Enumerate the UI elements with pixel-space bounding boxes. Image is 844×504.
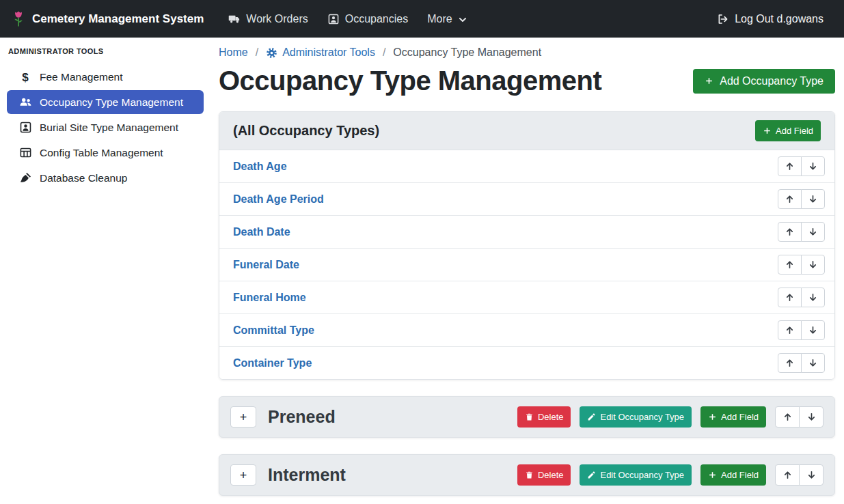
app-brand[interactable]: Cemetery Management System <box>11 10 204 28</box>
breadcrumb-administrator-tools-label: Administrator Tools <box>282 46 375 59</box>
field-row: Funeral Date <box>219 248 834 281</box>
move-down-button[interactable] <box>801 353 825 373</box>
reorder-buttons <box>778 222 825 242</box>
sidebar-item-label: Config Table Management <box>40 147 163 159</box>
reorder-buttons <box>778 353 825 373</box>
move-down-button[interactable] <box>801 189 825 209</box>
sidebar-item-label: Database Cleanup <box>40 172 127 184</box>
move-up-button[interactable] <box>775 406 800 428</box>
move-down-button[interactable] <box>801 222 825 242</box>
add-field-button[interactable]: Add Field <box>755 120 821 141</box>
add-field-button[interactable]: Add Field <box>700 406 766 428</box>
move-up-button[interactable] <box>775 464 800 486</box>
move-down-button[interactable] <box>801 320 825 340</box>
field-link-funeral-date[interactable]: Funeral Date <box>229 259 299 271</box>
nav-work-orders-label: Work Orders <box>246 13 308 25</box>
edit-occupancy-type-button[interactable]: Edit Occupancy Type <box>580 464 692 486</box>
sidebar-item-label: Fee Management <box>40 71 123 83</box>
all-occupancy-types-title: (All Occupancy Types) <box>233 123 379 139</box>
add-field-label: Add Field <box>776 126 813 136</box>
edit-occupancy-type-button[interactable]: Edit Occupancy Type <box>580 406 692 428</box>
all-occupancy-types-header: (All Occupancy Types) Add Field <box>219 112 834 150</box>
nav-occupancies[interactable]: Occupancies <box>318 0 418 38</box>
move-up-button[interactable] <box>778 156 802 176</box>
reorder-buttons <box>775 406 823 428</box>
table-icon <box>17 146 33 159</box>
users-icon <box>17 96 33 109</box>
move-down-button[interactable] <box>801 255 825 275</box>
sidebar-item-occupancy-type-management[interactable]: Occupancy Type Management <box>7 90 204 114</box>
breadcrumb: Home / Administrator Tools / Occupancy T… <box>219 46 835 59</box>
breadcrumb-separator: / <box>383 46 385 59</box>
delete-label: Delete <box>538 470 564 480</box>
field-row: Container Type <box>219 346 834 379</box>
gear-icon <box>266 47 277 59</box>
move-down-button[interactable] <box>799 406 823 428</box>
top-navbar: Cemetery Management System Work Orders O… <box>0 0 844 38</box>
move-down-button[interactable] <box>801 156 825 176</box>
nav-work-orders[interactable]: Work Orders <box>219 0 317 38</box>
delete-label: Delete <box>538 412 564 422</box>
reorder-buttons <box>778 288 825 307</box>
breadcrumb-separator: / <box>256 46 258 59</box>
sidebar-item-config-table-management[interactable]: Config Table Management <box>7 141 204 165</box>
sidebar-item-label: Occupancy Type Management <box>40 96 183 109</box>
broom-icon <box>17 171 33 184</box>
move-up-button[interactable] <box>778 222 802 242</box>
all-occupancy-types-card: (All Occupancy Types) Add Field Death Ag… <box>219 111 835 380</box>
move-down-button[interactable] <box>801 288 825 307</box>
plus-icon <box>763 126 772 135</box>
sidebar-item-fee-management[interactable]: $ Fee Management <box>7 66 204 89</box>
expand-button[interactable]: + <box>230 406 256 428</box>
sidebar-item-database-cleanup[interactable]: Database Cleanup <box>7 166 204 190</box>
add-field-button[interactable]: Add Field <box>700 464 766 486</box>
reorder-buttons <box>778 320 825 340</box>
truck-icon <box>228 13 241 25</box>
logout-label: Log Out d.gowans <box>735 13 823 25</box>
delete-button[interactable]: Delete <box>517 406 571 428</box>
nav-more-label: More <box>427 13 452 25</box>
chevron-down-icon <box>458 13 467 25</box>
add-occupancy-type-button[interactable]: Add Occupancy Type <box>693 69 835 94</box>
field-row: Death Date <box>219 215 834 248</box>
field-link-death-age-period[interactable]: Death Age Period <box>229 193 324 206</box>
expand-button[interactable]: + <box>230 464 256 486</box>
sidebar: Administrator Tools $ Fee Management Occ… <box>0 38 210 504</box>
move-up-button[interactable] <box>778 288 802 307</box>
trash-icon <box>525 471 534 479</box>
move-up-button[interactable] <box>778 255 802 275</box>
breadcrumb-current: Occupancy Type Management <box>393 46 541 59</box>
field-link-death-date[interactable]: Death Date <box>229 226 290 238</box>
move-down-button[interactable] <box>799 464 823 486</box>
logout-button[interactable]: Log Out d.gowans <box>707 0 833 38</box>
trash-icon <box>525 412 534 421</box>
plus-icon <box>708 471 717 479</box>
move-up-button[interactable] <box>778 353 802 373</box>
reorder-buttons <box>778 156 825 176</box>
breadcrumb-home[interactable]: Home <box>219 46 248 59</box>
add-occupancy-type-label: Add Occupancy Type <box>720 75 823 87</box>
delete-button[interactable]: Delete <box>517 464 571 486</box>
field-link-funeral-home[interactable]: Funeral Home <box>229 292 306 304</box>
add-field-label: Add Field <box>721 470 759 480</box>
move-up-button[interactable] <box>778 320 802 340</box>
pencil-icon <box>587 412 596 421</box>
main-content: Home / Administrator Tools / Occupancy T… <box>210 38 844 504</box>
portrait-icon <box>327 13 340 25</box>
nav-more[interactable]: More <box>418 0 476 38</box>
breadcrumb-administrator-tools[interactable]: Administrator Tools <box>266 46 375 59</box>
sidebar-item-burial-site-type-management[interactable]: Burial Site Type Management <box>7 115 204 139</box>
edit-occupancy-type-label: Edit Occupancy Type <box>600 470 684 480</box>
field-link-container-type[interactable]: Container Type <box>229 357 312 369</box>
field-link-committal-type[interactable]: Committal Type <box>229 324 314 337</box>
pencil-icon <box>587 471 596 479</box>
portrait-icon <box>17 121 33 134</box>
reorder-buttons <box>778 189 825 209</box>
field-link-death-age[interactable]: Death Age <box>229 160 287 173</box>
dollar-icon: $ <box>17 72 33 83</box>
field-row: Funeral Home <box>219 281 834 313</box>
app-title: Cemetery Management System <box>32 12 204 26</box>
occupancy-type-section-preneed: + Preneed Delete Edit Occupancy Type Add… <box>219 396 835 438</box>
move-up-button[interactable] <box>778 189 802 209</box>
field-row: Death Age Period <box>219 182 834 215</box>
